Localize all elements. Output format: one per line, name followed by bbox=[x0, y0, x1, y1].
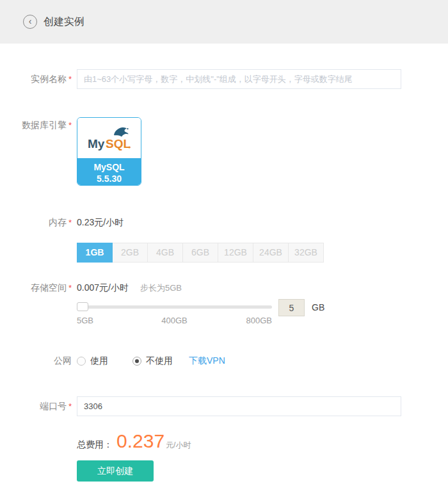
radio-icon[interactable] bbox=[132, 357, 141, 366]
storage-value-input[interactable] bbox=[278, 299, 305, 316]
public-network-radio-no-use[interactable]: 不使用 bbox=[132, 355, 173, 367]
port-label: 端口号* bbox=[0, 401, 72, 412]
required-mark: * bbox=[68, 120, 72, 130]
memory-option-2gb[interactable]: 2GB bbox=[112, 243, 148, 263]
db-engine-label: 数据库引擎* bbox=[0, 117, 72, 186]
storage-label: 存储空间* bbox=[0, 282, 72, 325]
memory-option-12gb[interactable]: 12GB bbox=[218, 243, 253, 263]
port-input[interactable] bbox=[77, 396, 401, 416]
required-mark: * bbox=[68, 74, 72, 84]
engine-name: MySQL bbox=[77, 161, 141, 173]
port-row: 端口号* bbox=[0, 396, 448, 416]
create-now-button[interactable]: 立即创建 bbox=[77, 460, 154, 482]
storage-price: 0.007元/小时 bbox=[77, 282, 129, 293]
total-cost-value: 0.237 bbox=[116, 432, 164, 451]
page-title: 创建实例 bbox=[44, 15, 84, 29]
slider-min-label: 5GB bbox=[77, 316, 93, 325]
radio-label: 不使用 bbox=[146, 355, 173, 367]
instance-name-label: 实例名称* bbox=[0, 74, 72, 85]
memory-options: 1GB 2GB 4GB 6GB 12GB 24GB 32GB bbox=[77, 243, 448, 263]
create-instance-form: 实例名称* 数据库引擎* My SQL MySQL bbox=[0, 69, 448, 482]
instance-name-input[interactable] bbox=[77, 69, 401, 89]
radio-icon[interactable] bbox=[77, 357, 86, 366]
memory-option-24gb[interactable]: 24GB bbox=[253, 243, 289, 263]
slider-mid-label: 400GB bbox=[161, 316, 187, 325]
memory-price: 0.23元/小时 bbox=[77, 217, 448, 229]
required-mark: * bbox=[68, 283, 72, 293]
storage-price-line: 0.007元/小时步长为5GB bbox=[77, 282, 448, 294]
memory-row: 内存* 0.23元/小时 1GB 2GB 4GB 6GB 12GB 24GB 3… bbox=[0, 217, 448, 263]
required-mark: * bbox=[68, 401, 72, 411]
public-network-row: 公网 使用 不使用 下载VPN bbox=[0, 355, 448, 367]
memory-option-4gb[interactable]: 4GB bbox=[147, 243, 183, 263]
memory-option-6gb[interactable]: 6GB bbox=[182, 243, 218, 263]
page-header: ‹ 创建实例 bbox=[0, 0, 448, 44]
required-mark: * bbox=[68, 218, 72, 227]
storage-step-note: 步长为5GB bbox=[140, 283, 182, 293]
public-network-label: 公网 bbox=[0, 355, 72, 367]
db-engine-row: 数据库引擎* My SQL MySQL 5.5.30 bbox=[0, 117, 448, 186]
total-cost-label: 总费用： bbox=[77, 439, 113, 451]
total-cost-row: 总费用： 0.237 元/小时 bbox=[77, 432, 448, 451]
storage-row: 存储空间* 0.007元/小时步长为5GB 5GB 400GB 800GB bbox=[0, 282, 448, 325]
memory-option-1gb[interactable]: 1GB bbox=[77, 243, 113, 263]
radio-label: 使用 bbox=[90, 355, 108, 367]
memory-label: 内存* bbox=[0, 217, 72, 263]
back-icon[interactable]: ‹ bbox=[23, 15, 37, 29]
mysql-logo: My SQL bbox=[77, 118, 141, 158]
storage-slider-track[interactable] bbox=[77, 302, 272, 311]
mysql-engine-card[interactable]: My SQL MySQL 5.5.30 bbox=[77, 117, 141, 186]
slider-marks: 5GB 400GB 800GB bbox=[77, 316, 272, 325]
slider-max-label: 800GB bbox=[246, 316, 272, 325]
instance-name-row: 实例名称* bbox=[0, 69, 448, 89]
storage-slider-handle[interactable] bbox=[77, 302, 88, 311]
mysql-dolphin-icon bbox=[114, 127, 129, 136]
engine-card-caption: MySQL 5.5.30 bbox=[77, 158, 141, 185]
svg-text:SQL: SQL bbox=[106, 137, 131, 150]
memory-option-32gb[interactable]: 32GB bbox=[288, 243, 324, 263]
svg-text:My: My bbox=[88, 137, 105, 150]
storage-unit-label: GB bbox=[312, 302, 324, 312]
public-network-radio-use[interactable]: 使用 bbox=[77, 355, 108, 367]
total-cost-unit: 元/小时 bbox=[166, 440, 191, 451]
download-vpn-link[interactable]: 下载VPN bbox=[189, 355, 225, 367]
engine-version: 5.5.30 bbox=[77, 173, 141, 184]
